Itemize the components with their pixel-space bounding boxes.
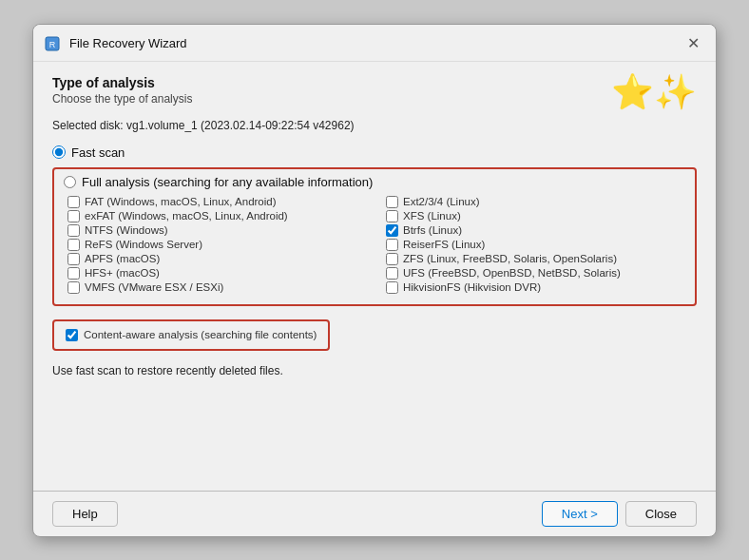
fs-exfat: exFAT (Windows, macOS, Linux, Android) <box>67 209 367 223</box>
dialog-close-button[interactable]: ✕ <box>682 32 704 55</box>
fs-ntfs: NTFS (Windows) <box>67 223 367 238</box>
fs-zfs: ZFS (Linux, FreeBSD, Solaris, OpenSolari… <box>386 252 685 266</box>
ntfs-label[interactable]: NTFS (Windows) <box>85 224 168 236</box>
zfs-checkbox[interactable] <box>386 253 398 265</box>
hikvision-label[interactable]: HikvisionFS (Hikvision DVR) <box>403 281 541 293</box>
content-area: Selected disk: vg1.volume_1 (2023.02.14-… <box>33 119 716 491</box>
fs-apfs: APFS (macOS) <box>67 252 367 266</box>
fat-checkbox[interactable] <box>67 196 80 208</box>
wizard-star-icon: ⭐✨ <box>611 75 697 109</box>
fast-scan-note: Use fast scan to restore recently delete… <box>52 364 697 387</box>
ext234-label[interactable]: Ext2/3/4 (Linux) <box>403 196 480 207</box>
app-icon: R <box>45 35 62 52</box>
analysis-type-subtitle: Choose the type of analysis <box>52 92 192 106</box>
file-recovery-wizard-dialog: R File Recovery Wizard ✕ Type of analysi… <box>32 24 717 537</box>
full-analysis-radio[interactable] <box>64 176 76 188</box>
full-analysis-box: Full analysis (searching for any availab… <box>52 167 697 306</box>
fs-hfsplus: HFS+ (macOS) <box>67 266 367 280</box>
header-text: Type of analysis Choose the type of anal… <box>52 75 192 106</box>
title-bar-left: R File Recovery Wizard <box>45 35 187 52</box>
dialog-title: File Recovery Wizard <box>69 36 187 50</box>
apfs-label[interactable]: APFS (macOS) <box>85 253 160 264</box>
ufs-checkbox[interactable] <box>386 267 398 280</box>
exfat-label[interactable]: exFAT (Windows, macOS, Linux, Android) <box>85 210 288 222</box>
content-aware-label[interactable]: Content-aware analysis (searching file c… <box>84 329 317 340</box>
full-analysis-label[interactable]: Full analysis (searching for any availab… <box>82 175 373 189</box>
xfs-label[interactable]: XFS (Linux) <box>403 210 461 222</box>
refs-label[interactable]: ReFS (Windows Server) <box>85 239 202 250</box>
fs-xfs: XFS (Linux) <box>386 209 685 223</box>
footer-close-button[interactable]: Close <box>625 501 697 527</box>
full-analysis-row: Full analysis (searching for any availab… <box>64 175 685 189</box>
fs-hikvision: HikvisionFS (Hikvision DVR) <box>386 280 685 295</box>
footer: Help Next > Close <box>33 492 716 536</box>
fs-ufs: UFS (FreeBSD, OpenBSD, NetBSD, Solaris) <box>386 266 685 280</box>
fat-label[interactable]: FAT (Windows, macOS, Linux, Android) <box>85 196 277 207</box>
header-section: Type of analysis Choose the type of anal… <box>33 62 716 119</box>
zfs-label[interactable]: ZFS (Linux, FreeBSD, Solaris, OpenSolari… <box>403 253 617 264</box>
title-bar: R File Recovery Wizard ✕ <box>33 25 716 62</box>
footer-right-buttons: Next > Close <box>542 501 697 527</box>
hfsplus-label[interactable]: HFS+ (macOS) <box>85 267 160 279</box>
content-aware-box: Content-aware analysis (searching file c… <box>52 319 330 351</box>
fs-refs: ReFS (Windows Server) <box>67 238 367 252</box>
xfs-checkbox[interactable] <box>386 210 398 222</box>
btrfs-checkbox[interactable] <box>386 224 398 237</box>
ext234-checkbox[interactable] <box>386 196 398 208</box>
ntfs-checkbox[interactable] <box>67 224 80 237</box>
filesystem-grid: FAT (Windows, macOS, Linux, Android) exF… <box>64 195 685 295</box>
fast-scan-row: Fast scan <box>52 145 697 160</box>
fast-scan-label[interactable]: Fast scan <box>71 145 125 160</box>
vmfs-checkbox[interactable] <box>67 281 80 294</box>
fs-left-column: FAT (Windows, macOS, Linux, Android) exF… <box>67 195 367 295</box>
vmfs-label[interactable]: VMFS (VMware ESX / ESXi) <box>85 281 223 293</box>
selected-disk-label: Selected disk: vg1.volume_1 (2023.02.14-… <box>52 119 697 132</box>
refs-checkbox[interactable] <box>67 239 80 251</box>
reiserfs-label[interactable]: ReiserFS (Linux) <box>403 239 485 250</box>
content-aware-checkbox[interactable] <box>66 329 78 341</box>
hikvision-checkbox[interactable] <box>386 281 398 294</box>
svg-text:R: R <box>49 40 56 49</box>
apfs-checkbox[interactable] <box>67 253 80 265</box>
analysis-type-title: Type of analysis <box>52 75 192 90</box>
fs-reiserfs: ReiserFS (Linux) <box>386 238 685 252</box>
help-button[interactable]: Help <box>52 501 118 527</box>
fs-btrfs: Btrfs (Linux) <box>386 223 685 238</box>
reiserfs-checkbox[interactable] <box>386 239 398 251</box>
next-button[interactable]: Next > <box>542 501 618 527</box>
fs-fat: FAT (Windows, macOS, Linux, Android) <box>67 195 367 209</box>
btrfs-label[interactable]: Btrfs (Linux) <box>403 224 462 236</box>
hfsplus-checkbox[interactable] <box>67 267 80 280</box>
fs-ext234: Ext2/3/4 (Linux) <box>386 195 685 209</box>
fs-right-column: Ext2/3/4 (Linux) XFS (Linux) Btrfs (Linu… <box>386 195 685 295</box>
ufs-label[interactable]: UFS (FreeBSD, OpenBSD, NetBSD, Solaris) <box>403 267 621 279</box>
fs-vmfs: VMFS (VMware ESX / ESXi) <box>67 280 367 295</box>
fast-scan-radio[interactable] <box>52 145 66 159</box>
exfat-checkbox[interactable] <box>67 210 80 222</box>
